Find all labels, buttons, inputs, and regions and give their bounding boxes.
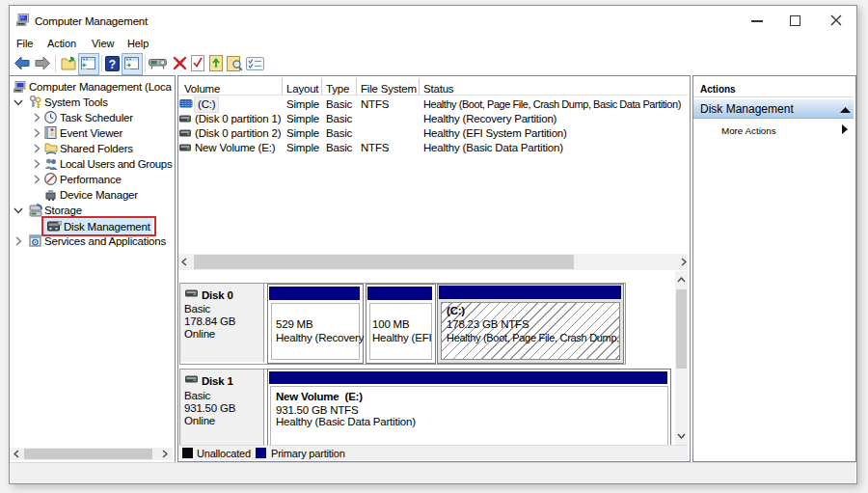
svg-text:?: ? bbox=[109, 58, 116, 71]
